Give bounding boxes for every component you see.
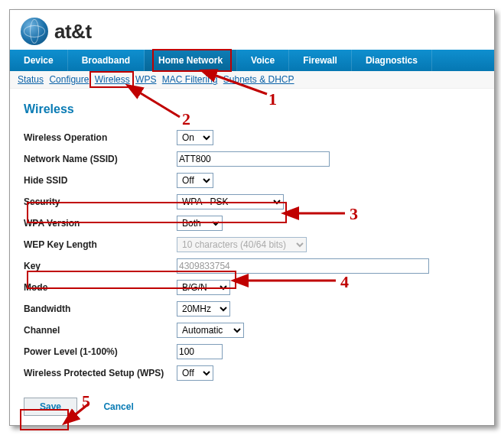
- label-channel: Channel: [24, 325, 177, 336]
- input-power-level[interactable]: [177, 344, 223, 359]
- select-mode[interactable]: B/G/N: [177, 280, 230, 295]
- brand-header: at&t: [10, 10, 494, 50]
- select-security[interactable]: WPA - PSK: [177, 194, 284, 209]
- label-wireless-operation: Wireless Operation: [24, 132, 177, 143]
- label-bandwidth: Bandwidth: [24, 304, 177, 314]
- save-button[interactable]: Save: [24, 398, 77, 416]
- label-mode: Mode: [24, 282, 177, 293]
- annotation-number-2: 2: [182, 109, 190, 129]
- subnav-wps[interactable]: WPS: [135, 74, 156, 85]
- input-ssid[interactable]: [177, 151, 330, 167]
- select-hide-ssid[interactable]: Off: [177, 173, 213, 188]
- router-admin-panel: at&t Device Broadband Home Network Voice…: [9, 9, 495, 426]
- subnav: Status Configure Wireless WPS MAC Filter…: [10, 71, 494, 89]
- subnav-mac-filtering[interactable]: MAC Filtering: [162, 74, 218, 85]
- annotation-number-4: 4: [340, 272, 349, 292]
- subnav-status[interactable]: Status: [18, 74, 44, 85]
- select-channel[interactable]: Automatic: [177, 323, 244, 338]
- tab-broadband[interactable]: Broadband: [68, 50, 145, 71]
- select-wps[interactable]: Off: [177, 365, 213, 381]
- select-wpa-version[interactable]: Both: [177, 216, 223, 231]
- content-area: Wireless Wireless Operation On Network N…: [10, 89, 494, 393]
- label-wpa-version: WPA Version: [24, 218, 177, 229]
- brand-text: at&t: [54, 20, 92, 44]
- label-ssid: Network Name (SSID): [24, 154, 177, 164]
- subnav-wireless[interactable]: Wireless: [95, 74, 130, 85]
- page-title: Wireless: [24, 102, 480, 116]
- label-power: Power Level (1-100%): [24, 346, 177, 357]
- label-security: Security: [24, 196, 177, 207]
- tab-device[interactable]: Device: [10, 50, 68, 71]
- annotation-number-5: 5: [82, 391, 90, 411]
- label-hide-ssid: Hide SSID: [24, 175, 177, 186]
- select-wireless-operation[interactable]: On: [177, 130, 213, 145]
- annotation-number-3: 3: [350, 204, 358, 224]
- select-bandwidth[interactable]: 20MHz: [177, 301, 230, 317]
- tab-voice[interactable]: Voice: [237, 50, 289, 71]
- label-wps: Wireless Protected Setup (WPS): [24, 368, 177, 378]
- input-key[interactable]: [177, 258, 429, 274]
- tab-home-network[interactable]: Home Network: [145, 50, 237, 71]
- select-wep-key-length: 10 characters (40/64 bits): [177, 237, 307, 252]
- subnav-configure[interactable]: Configure: [49, 74, 89, 85]
- annotation-number-1: 1: [268, 89, 277, 109]
- label-wep-key-length: WEP Key Length: [24, 239, 177, 250]
- tab-diagnostics[interactable]: Diagnostics: [352, 50, 432, 71]
- main-tabs: Device Broadband Home Network Voice Fire…: [10, 50, 494, 71]
- cancel-button[interactable]: Cancel: [100, 398, 136, 415]
- att-globe-icon: [21, 18, 48, 45]
- label-key: Key: [24, 261, 177, 271]
- subnav-subnets-dhcp[interactable]: Subnets & DHCP: [223, 74, 294, 85]
- tab-firewall[interactable]: Firewall: [289, 50, 352, 71]
